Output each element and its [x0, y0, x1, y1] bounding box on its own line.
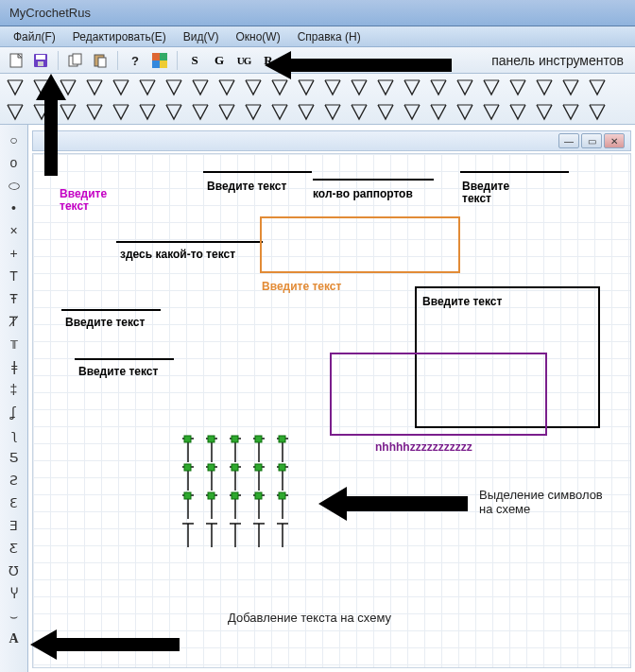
menu-file[interactable]: Файл(F)	[8, 28, 61, 45]
palette-hook2-icon[interactable]: ʅ	[3, 423, 26, 446]
arrow-save-icon	[34, 74, 68, 178]
text-tool-button[interactable]: A	[3, 628, 26, 650]
palette-e1-icon[interactable]: Ɛ	[3, 491, 26, 514]
svg-rect-9	[152, 53, 160, 60]
app-title: MyCrochetRus	[9, 6, 91, 20]
symbol-v-button[interactable]	[454, 76, 476, 98]
symbol-v-button[interactable]	[348, 100, 370, 123]
symbol-v-button[interactable]	[559, 76, 582, 98]
g-button[interactable]: G	[209, 50, 230, 71]
symbol-v-button[interactable]	[533, 76, 556, 98]
symbol-v-button[interactable]	[110, 100, 132, 123]
menu-help[interactable]: Справка (H)	[292, 28, 367, 45]
svg-text:?: ?	[131, 54, 139, 67]
symbol-v-button[interactable]	[189, 76, 212, 98]
symbol-v-button[interactable]	[427, 100, 450, 123]
help-button[interactable]: ?	[125, 50, 146, 71]
symbol-v-button[interactable]	[506, 76, 529, 98]
stitch-selection[interactable]	[179, 434, 301, 557]
palette-hook1-icon[interactable]: ʆ	[3, 401, 26, 423]
v-symbol-icon	[587, 77, 608, 97]
doc-close-button[interactable]: ✕	[604, 133, 625, 148]
svg-rect-108	[255, 436, 262, 442]
save-button[interactable]	[30, 50, 51, 71]
symbol-v-button[interactable]	[559, 100, 582, 123]
label-magenta: Введите текст	[60, 188, 107, 212]
palette-hook3-icon[interactable]: Ƽ	[3, 446, 26, 469]
symbol-v-button[interactable]	[533, 100, 556, 123]
symbol-v-button[interactable]	[110, 76, 132, 98]
palette-bar1-icon[interactable]: ǂ	[3, 355, 26, 378]
v-symbol-icon	[534, 101, 555, 122]
symbol-v-button[interactable]	[295, 100, 318, 123]
v-symbol-icon	[84, 101, 105, 122]
palette-bar2-icon[interactable]: ‡	[3, 378, 26, 401]
symbol-v-button[interactable]	[215, 100, 238, 123]
drawing-grid[interactable]: Введите текст Введите текст кол-во раппо…	[32, 153, 631, 668]
menu-edit[interactable]: Редактировать(E)	[67, 28, 172, 45]
palette-u1-icon[interactable]: Ʊ	[3, 560, 26, 582]
symbol-v-button[interactable]	[374, 100, 397, 123]
symbol-v-button[interactable]	[242, 100, 265, 123]
v-symbol-icon	[428, 101, 449, 122]
palette-plus-icon[interactable]: +	[3, 242, 26, 265]
titlebar: MyCrochetRus	[0, 0, 635, 26]
label-vved3: Введите текст	[462, 181, 509, 204]
color-grid-button[interactable]	[149, 50, 170, 71]
symbol-v-button[interactable]	[83, 100, 106, 123]
menu-window[interactable]: Окно(W)	[230, 28, 285, 45]
symbol-v-button[interactable]	[163, 76, 185, 98]
label-nhz: nhhhhzzzzzzzzzzz	[375, 441, 472, 454]
svg-rect-109	[279, 436, 285, 442]
symbol-v-button[interactable]	[4, 76, 26, 98]
palette-hook4-icon[interactable]: Ƨ	[3, 469, 26, 491]
svg-rect-2	[36, 55, 45, 60]
symbol-v-button[interactable]	[401, 100, 423, 123]
palette-tbar-icon[interactable]: Ŧ	[3, 287, 26, 310]
canvas-area: — ▭ ✕ Введите текст Введите текст кол-во…	[28, 125, 635, 672]
palette-e3-icon[interactable]: Ƹ	[3, 537, 26, 560]
symbol-v-button[interactable]	[4, 100, 26, 123]
svg-rect-5	[73, 54, 81, 64]
symbol-v-button[interactable]	[268, 100, 291, 123]
v-symbol-icon	[163, 77, 184, 97]
symbol-v-button[interactable]	[321, 100, 344, 123]
symbol-v-button[interactable]	[189, 100, 212, 123]
palette-cross-icon[interactable]: ×	[3, 219, 26, 242]
palette-t3-icon[interactable]: ⫪	[3, 333, 26, 355]
ug-button[interactable]: UG	[233, 50, 254, 71]
purple-rect	[330, 353, 547, 436]
symbol-v-button[interactable]	[83, 76, 106, 98]
menu-view[interactable]: Вид(V)	[178, 28, 225, 45]
palette-t2-icon[interactable]: Ⱦ	[3, 310, 26, 333]
symbol-v-button[interactable]	[163, 100, 185, 123]
v-symbol-icon	[137, 101, 158, 122]
paste-button[interactable]	[90, 50, 111, 71]
symbol-v-button[interactable]	[242, 76, 265, 98]
doc-min-button[interactable]: —	[558, 133, 579, 148]
doc-max-button[interactable]: ▭	[581, 133, 602, 148]
palette-smallcircle-icon[interactable]: o	[3, 151, 26, 174]
symbol-v-button[interactable]	[454, 100, 476, 123]
palette-bowl-icon[interactable]: ⌣	[3, 605, 26, 628]
palette-e2-icon[interactable]: Ǝ	[3, 514, 26, 537]
s-button[interactable]: S	[184, 50, 205, 71]
symbol-v-button[interactable]	[215, 76, 238, 98]
symbol-v-button[interactable]	[586, 76, 609, 98]
v-symbol-icon	[5, 101, 26, 122]
palette-dot-icon[interactable]: •	[3, 197, 26, 219]
symbol-v-button[interactable]	[506, 100, 529, 123]
v-symbol-icon	[507, 77, 528, 97]
copy-button[interactable]	[65, 50, 86, 71]
symbol-v-button[interactable]	[586, 100, 609, 123]
palette-circle-icon[interactable]: ○	[3, 129, 26, 151]
symbol-v-button[interactable]	[480, 100, 503, 123]
menubar: Файл(F) Редактировать(E) Вид(V) Окно(W) …	[0, 26, 635, 47]
symbol-v-button[interactable]	[136, 100, 159, 123]
palette-oval-icon[interactable]: ⬭	[3, 174, 26, 197]
symbol-v-button[interactable]	[136, 76, 159, 98]
new-file-button[interactable]	[6, 50, 26, 71]
palette-u2-icon[interactable]: Ⴤ	[3, 582, 26, 605]
palette-t-icon[interactable]: T	[3, 265, 26, 287]
symbol-v-button[interactable]	[480, 76, 503, 98]
